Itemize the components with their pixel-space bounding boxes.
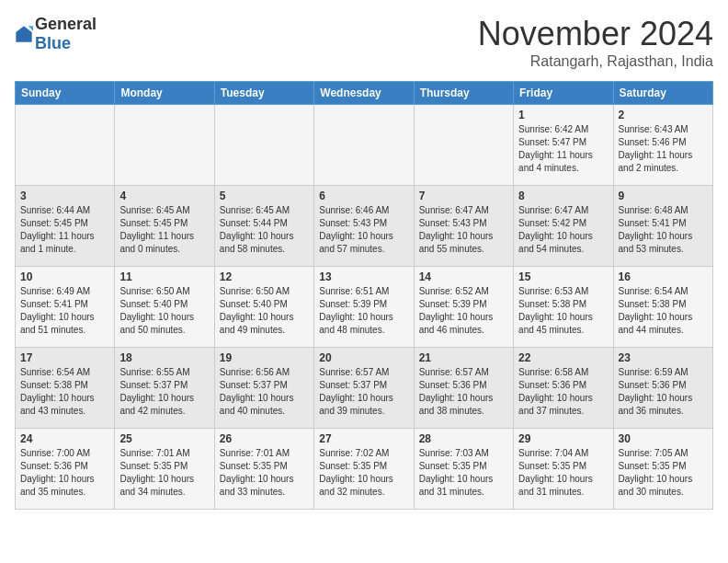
day-number: 12 bbox=[220, 270, 309, 283]
title-block: November 2024 Ratangarh, Rajasthan, Indi… bbox=[478, 15, 713, 70]
day-number: 17 bbox=[20, 351, 109, 364]
page-header: General Blue November 2024 Ratangarh, Ra… bbox=[15, 15, 713, 70]
day-number: 7 bbox=[419, 190, 508, 202]
day-info: Sunrise: 6:48 AM Sunset: 5:41 PM Dayligh… bbox=[619, 204, 708, 256]
calendar-week-row: 24Sunrise: 7:00 AM Sunset: 5:36 PM Dayli… bbox=[16, 429, 713, 510]
day-number: 20 bbox=[319, 351, 408, 364]
day-info: Sunrise: 6:57 AM Sunset: 5:37 PM Dayligh… bbox=[319, 366, 408, 418]
calendar-day-15: 15Sunrise: 6:53 AM Sunset: 5:38 PM Dayli… bbox=[514, 267, 613, 348]
calendar-week-row: 3Sunrise: 6:44 AM Sunset: 5:45 PM Daylig… bbox=[16, 186, 713, 267]
day-info: Sunrise: 6:47 AM Sunset: 5:42 PM Dayligh… bbox=[518, 204, 608, 256]
location-title: Ratangarh, Rajasthan, India bbox=[478, 53, 713, 70]
weekday-header-wednesday: Wednesday bbox=[314, 82, 414, 105]
day-info: Sunrise: 7:01 AM Sunset: 5:35 PM Dayligh… bbox=[119, 447, 209, 499]
weekday-header-row: SundayMondayTuesdayWednesdayThursdayFrid… bbox=[16, 82, 713, 105]
day-info: Sunrise: 6:45 AM Sunset: 5:45 PM Dayligh… bbox=[119, 204, 209, 256]
calendar-day-25: 25Sunrise: 7:01 AM Sunset: 5:35 PM Dayli… bbox=[115, 429, 214, 510]
day-number: 10 bbox=[20, 270, 109, 283]
calendar-header: SundayMondayTuesdayWednesdayThursdayFrid… bbox=[16, 82, 713, 105]
calendar-day-19: 19Sunrise: 6:56 AM Sunset: 5:37 PM Dayli… bbox=[214, 348, 313, 429]
day-number: 3 bbox=[20, 190, 109, 202]
day-info: Sunrise: 6:46 AM Sunset: 5:43 PM Dayligh… bbox=[319, 204, 408, 256]
calendar-empty-cell bbox=[16, 105, 115, 186]
calendar-day-13: 13Sunrise: 6:51 AM Sunset: 5:39 PM Dayli… bbox=[314, 267, 414, 348]
day-info: Sunrise: 6:42 AM Sunset: 5:47 PM Dayligh… bbox=[518, 123, 608, 175]
day-info: Sunrise: 6:54 AM Sunset: 5:38 PM Dayligh… bbox=[20, 366, 109, 418]
calendar-day-2: 2Sunrise: 6:43 AM Sunset: 5:46 PM Daylig… bbox=[613, 105, 712, 186]
calendar-body: 1Sunrise: 6:42 AM Sunset: 5:47 PM Daylig… bbox=[16, 105, 713, 510]
calendar-empty-cell bbox=[115, 105, 214, 186]
calendar-day-7: 7Sunrise: 6:47 AM Sunset: 5:43 PM Daylig… bbox=[414, 186, 513, 267]
calendar-empty-cell bbox=[414, 105, 513, 186]
calendar-week-row: 1Sunrise: 6:42 AM Sunset: 5:47 PM Daylig… bbox=[16, 105, 713, 186]
day-number: 25 bbox=[119, 432, 209, 445]
calendar-empty-cell bbox=[214, 105, 313, 186]
month-title: November 2024 bbox=[478, 15, 713, 53]
day-number: 2 bbox=[619, 109, 708, 121]
day-info: Sunrise: 7:01 AM Sunset: 5:35 PM Dayligh… bbox=[220, 447, 309, 499]
logo-general-text: General bbox=[35, 15, 97, 33]
weekday-header-tuesday: Tuesday bbox=[214, 82, 313, 105]
calendar-day-20: 20Sunrise: 6:57 AM Sunset: 5:37 PM Dayli… bbox=[314, 348, 414, 429]
svg-marker-0 bbox=[16, 26, 31, 41]
day-info: Sunrise: 6:53 AM Sunset: 5:38 PM Dayligh… bbox=[518, 285, 608, 337]
day-number: 29 bbox=[518, 432, 608, 445]
day-number: 28 bbox=[419, 432, 508, 445]
day-number: 26 bbox=[220, 432, 309, 445]
day-info: Sunrise: 7:03 AM Sunset: 5:35 PM Dayligh… bbox=[419, 447, 508, 499]
calendar-day-9: 9Sunrise: 6:48 AM Sunset: 5:41 PM Daylig… bbox=[613, 186, 712, 267]
calendar-week-row: 17Sunrise: 6:54 AM Sunset: 5:38 PM Dayli… bbox=[16, 348, 713, 429]
day-number: 18 bbox=[119, 351, 209, 364]
day-number: 30 bbox=[619, 432, 708, 445]
day-info: Sunrise: 6:52 AM Sunset: 5:39 PM Dayligh… bbox=[419, 285, 508, 337]
calendar-day-21: 21Sunrise: 6:57 AM Sunset: 5:36 PM Dayli… bbox=[414, 348, 513, 429]
calendar-day-28: 28Sunrise: 7:03 AM Sunset: 5:35 PM Dayli… bbox=[414, 429, 513, 510]
calendar-day-17: 17Sunrise: 6:54 AM Sunset: 5:38 PM Dayli… bbox=[16, 348, 115, 429]
weekday-header-thursday: Thursday bbox=[414, 82, 513, 105]
day-number: 24 bbox=[20, 432, 109, 445]
logo: General Blue bbox=[15, 15, 97, 53]
calendar-day-1: 1Sunrise: 6:42 AM Sunset: 5:47 PM Daylig… bbox=[514, 105, 613, 186]
day-info: Sunrise: 7:02 AM Sunset: 5:35 PM Dayligh… bbox=[319, 447, 408, 499]
calendar-day-23: 23Sunrise: 6:59 AM Sunset: 5:36 PM Dayli… bbox=[613, 348, 712, 429]
calendar-day-10: 10Sunrise: 6:49 AM Sunset: 5:41 PM Dayli… bbox=[16, 267, 115, 348]
day-number: 6 bbox=[319, 190, 408, 202]
day-info: Sunrise: 6:47 AM Sunset: 5:43 PM Dayligh… bbox=[419, 204, 508, 256]
weekday-header-sunday: Sunday bbox=[16, 82, 115, 105]
day-info: Sunrise: 6:55 AM Sunset: 5:37 PM Dayligh… bbox=[119, 366, 209, 418]
day-info: Sunrise: 6:59 AM Sunset: 5:36 PM Dayligh… bbox=[619, 366, 708, 418]
day-number: 9 bbox=[619, 190, 708, 202]
day-number: 23 bbox=[619, 351, 708, 364]
calendar-day-6: 6Sunrise: 6:46 AM Sunset: 5:43 PM Daylig… bbox=[314, 186, 414, 267]
day-number: 15 bbox=[518, 270, 608, 283]
calendar-day-22: 22Sunrise: 6:58 AM Sunset: 5:36 PM Dayli… bbox=[514, 348, 613, 429]
weekday-header-monday: Monday bbox=[115, 82, 214, 105]
day-info: Sunrise: 6:50 AM Sunset: 5:40 PM Dayligh… bbox=[119, 285, 209, 337]
day-number: 4 bbox=[119, 190, 209, 202]
calendar-day-26: 26Sunrise: 7:01 AM Sunset: 5:35 PM Dayli… bbox=[214, 429, 313, 510]
day-info: Sunrise: 6:56 AM Sunset: 5:37 PM Dayligh… bbox=[220, 366, 309, 418]
day-info: Sunrise: 6:49 AM Sunset: 5:41 PM Dayligh… bbox=[20, 285, 109, 337]
day-info: Sunrise: 7:05 AM Sunset: 5:35 PM Dayligh… bbox=[619, 447, 708, 499]
calendar-day-24: 24Sunrise: 7:00 AM Sunset: 5:36 PM Dayli… bbox=[16, 429, 115, 510]
day-number: 5 bbox=[220, 190, 309, 202]
day-number: 14 bbox=[419, 270, 508, 283]
day-info: Sunrise: 6:43 AM Sunset: 5:46 PM Dayligh… bbox=[619, 123, 708, 175]
calendar-day-16: 16Sunrise: 6:54 AM Sunset: 5:38 PM Dayli… bbox=[613, 267, 712, 348]
calendar-empty-cell bbox=[314, 105, 414, 186]
day-info: Sunrise: 6:57 AM Sunset: 5:36 PM Dayligh… bbox=[419, 366, 508, 418]
calendar-day-8: 8Sunrise: 6:47 AM Sunset: 5:42 PM Daylig… bbox=[514, 186, 613, 267]
day-number: 8 bbox=[518, 190, 608, 202]
calendar-day-5: 5Sunrise: 6:45 AM Sunset: 5:44 PM Daylig… bbox=[214, 186, 313, 267]
logo-blue-text: Blue bbox=[35, 34, 71, 52]
day-info: Sunrise: 6:51 AM Sunset: 5:39 PM Dayligh… bbox=[319, 285, 408, 337]
weekday-header-friday: Friday bbox=[514, 82, 613, 105]
day-number: 13 bbox=[319, 270, 408, 283]
calendar-table: SundayMondayTuesdayWednesdayThursdayFrid… bbox=[15, 81, 713, 510]
logo-icon bbox=[15, 25, 33, 43]
calendar-day-4: 4Sunrise: 6:45 AM Sunset: 5:45 PM Daylig… bbox=[115, 186, 214, 267]
day-number: 1 bbox=[518, 109, 608, 121]
calendar-day-27: 27Sunrise: 7:02 AM Sunset: 5:35 PM Dayli… bbox=[314, 429, 414, 510]
calendar-day-12: 12Sunrise: 6:50 AM Sunset: 5:40 PM Dayli… bbox=[214, 267, 313, 348]
day-number: 27 bbox=[319, 432, 408, 445]
